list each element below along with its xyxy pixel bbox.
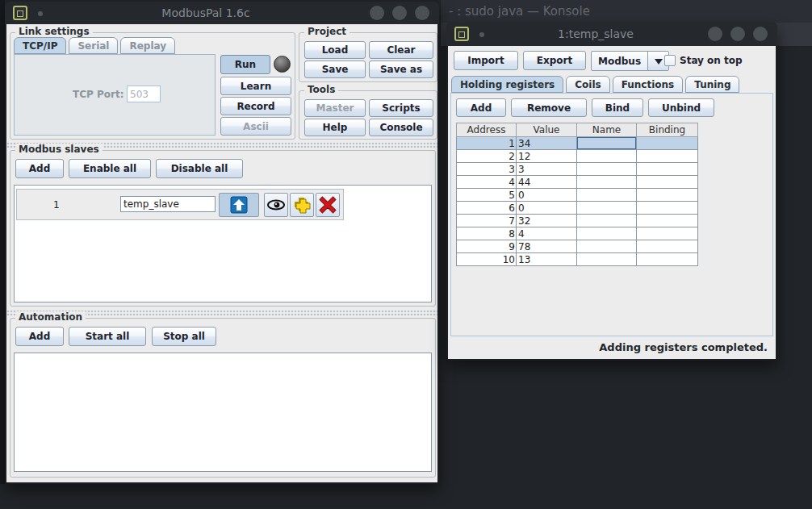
register-address-cell[interactable]: 4 [456, 176, 517, 189]
register-value-cell[interactable]: 13 [517, 253, 577, 266]
load-button[interactable]: Load [304, 41, 366, 59]
register-address-cell[interactable]: 3 [456, 163, 517, 176]
register-row[interactable]: 4 44 [456, 176, 698, 189]
close-button[interactable] [415, 6, 429, 20]
register-row[interactable]: 5 0 [456, 189, 698, 202]
col-header-value[interactable]: Value [517, 123, 577, 137]
register-value-cell[interactable]: 0 [517, 202, 577, 215]
record-button[interactable]: Record [220, 97, 291, 115]
register-name-cell[interactable] [577, 137, 637, 150]
register-name-cell[interactable] [577, 176, 637, 189]
register-address-cell[interactable]: 1 [456, 137, 517, 150]
run-button[interactable]: Run [220, 55, 270, 74]
save-as-button[interactable]: Save as [369, 60, 433, 78]
import-button[interactable]: Import [454, 51, 518, 70]
register-name-cell[interactable] [577, 150, 637, 163]
export-button[interactable]: Export [523, 51, 586, 70]
register-address-cell[interactable]: 10 [456, 253, 517, 266]
register-name-cell[interactable] [577, 163, 637, 176]
window-menu-icon[interactable] [454, 27, 469, 41]
tab-replay[interactable]: Replay [120, 37, 175, 54]
register-binding-cell[interactable] [637, 227, 698, 240]
konsole-titlebar[interactable]: - : sudo java — Konsole [441, 0, 812, 23]
register-binding-cell[interactable] [637, 240, 698, 253]
console-button[interactable]: Console [369, 119, 433, 136]
add-slave-button[interactable]: Add [15, 159, 64, 178]
register-binding-cell[interactable] [637, 253, 698, 266]
register-value-cell[interactable]: 0 [517, 189, 577, 202]
col-header-binding[interactable]: Binding [637, 123, 698, 137]
register-address-cell[interactable]: 5 [456, 189, 517, 202]
tab-holding-registers[interactable]: Holding registers [451, 76, 563, 93]
register-row[interactable]: 3 3 [456, 163, 698, 176]
register-address-cell[interactable]: 8 [456, 227, 517, 240]
register-name-cell[interactable] [577, 253, 637, 266]
register-name-cell[interactable] [577, 227, 637, 240]
slave-titlebar[interactable]: 1:temp_slave [446, 23, 777, 46]
register-row[interactable]: 8 4 [456, 227, 698, 240]
minimize-button[interactable] [708, 27, 722, 41]
add-automation-button[interactable]: Add [15, 327, 64, 346]
register-row[interactable]: 9 78 [456, 240, 698, 253]
stop-all-button[interactable]: Stop all [152, 327, 216, 346]
register-name-cell[interactable] [577, 189, 637, 202]
slave-enable-toggle[interactable] [219, 193, 259, 217]
register-row[interactable]: 2 12 [456, 150, 698, 163]
help-button[interactable]: Help [304, 119, 366, 136]
register-binding-cell[interactable] [637, 189, 698, 202]
save-button[interactable]: Save [304, 60, 366, 78]
tab-serial[interactable]: Serial [69, 37, 118, 54]
register-value-cell[interactable]: 32 [517, 215, 577, 227]
scripts-button[interactable]: Scripts [369, 99, 433, 117]
register-binding-cell[interactable] [637, 150, 698, 163]
register-address-cell[interactable]: 9 [456, 240, 517, 253]
window-menu-icon[interactable] [13, 6, 27, 20]
remove-register-button[interactable]: Remove [511, 98, 587, 117]
add-register-button[interactable]: Add [456, 98, 506, 117]
maximize-button[interactable] [392, 6, 407, 20]
modbuspal-titlebar[interactable]: ModbusPal 1.6c [5, 2, 439, 24]
register-value-cell[interactable]: 12 [517, 150, 577, 163]
register-name-cell[interactable] [577, 240, 637, 253]
register-binding-cell[interactable] [637, 215, 698, 227]
start-all-button[interactable]: Start all [69, 327, 146, 346]
register-name-cell[interactable] [577, 215, 637, 227]
register-value-cell[interactable]: 3 [517, 163, 577, 176]
register-binding-cell[interactable] [637, 176, 698, 189]
slave-add-automation-button[interactable] [290, 193, 314, 217]
register-address-cell[interactable]: 6 [456, 202, 517, 215]
register-address-cell[interactable]: 2 [456, 150, 517, 163]
enable-all-button[interactable]: Enable all [69, 159, 151, 178]
tab-tcpip[interactable]: TCP/IP [14, 37, 66, 54]
register-value-cell[interactable]: 34 [517, 137, 577, 150]
register-value-cell[interactable]: 78 [517, 240, 577, 253]
bind-button[interactable]: Bind [592, 98, 643, 117]
close-button[interactable] [753, 27, 768, 41]
tab-functions[interactable]: Functions [613, 76, 684, 93]
protocol-dropdown[interactable]: Modbus [591, 51, 669, 71]
register-row[interactable]: 10 13 [456, 253, 698, 266]
learn-button[interactable]: Learn [220, 77, 291, 95]
unbind-button[interactable]: Unbind [648, 98, 714, 117]
register-name-cell[interactable] [577, 202, 637, 215]
tcp-port-field[interactable] [127, 86, 161, 102]
tab-coils[interactable]: Coils [566, 76, 609, 93]
col-header-address[interactable]: Address [456, 123, 517, 137]
slave-view-button[interactable] [264, 193, 288, 217]
register-row[interactable]: 7 32 [456, 215, 698, 227]
maximize-button[interactable] [730, 27, 745, 41]
register-value-cell[interactable]: 44 [517, 176, 577, 189]
minimize-button[interactable] [370, 6, 384, 20]
col-header-name[interactable]: Name [577, 123, 637, 137]
disable-all-button[interactable]: Disable all [156, 159, 243, 178]
register-binding-cell[interactable] [637, 163, 698, 176]
stay-on-top-checkbox[interactable] [664, 55, 676, 66]
register-row[interactable]: 1 34 [456, 137, 698, 150]
clear-button[interactable]: Clear [369, 41, 433, 59]
tab-tuning[interactable]: Tuning [685, 76, 739, 93]
slave-delete-button[interactable] [316, 193, 340, 217]
register-binding-cell[interactable] [637, 202, 698, 215]
slave-row[interactable]: 1 [16, 189, 344, 220]
register-address-cell[interactable]: 7 [456, 215, 517, 227]
register-binding-cell[interactable] [637, 137, 698, 150]
